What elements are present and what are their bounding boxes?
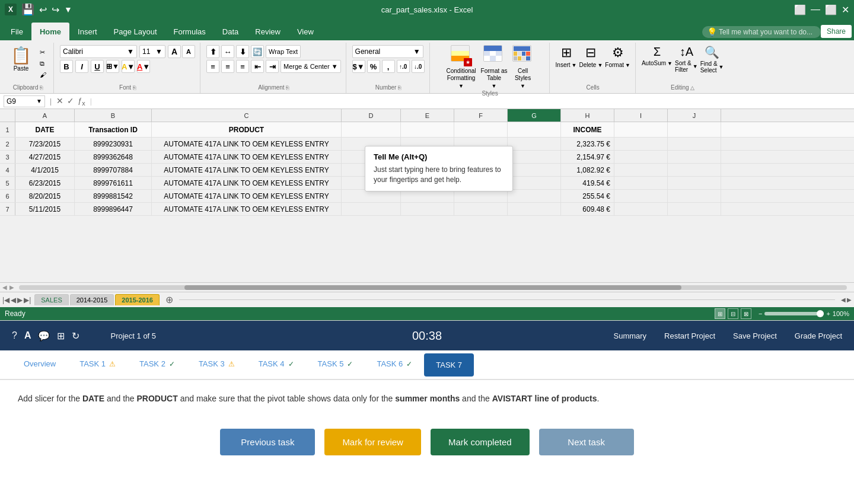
- tab-overview[interactable]: Overview: [12, 352, 68, 377]
- percent-button[interactable]: %: [367, 60, 380, 73]
- tab-review[interactable]: Review: [247, 23, 289, 40]
- sheet-nav-next[interactable]: ▶: [17, 296, 23, 304]
- cell-g1[interactable]: [508, 122, 561, 137]
- cell-styles-button[interactable]: CellStyles ▼: [512, 45, 534, 89]
- format-as-table-button[interactable]: Format asTable ▼: [481, 45, 508, 89]
- tab-task2[interactable]: TASK 2 ✓: [128, 352, 187, 377]
- save-icon[interactable]: 💾: [21, 3, 34, 16]
- col-header-c[interactable]: C: [152, 109, 342, 122]
- cell-a4[interactable]: 4/1/2015: [15, 164, 75, 176]
- restart-project-link[interactable]: Restart Project: [664, 331, 715, 340]
- fill-color-button[interactable]: A ▼: [122, 60, 135, 73]
- cell-e7[interactable]: [401, 203, 454, 215]
- decrease-font-button[interactable]: A: [182, 45, 195, 58]
- cell-c3[interactable]: AUTOMATE 417A LINK TO OEM KEYLESS ENTRY: [152, 151, 342, 163]
- cut-button[interactable]: ✂: [37, 47, 49, 58]
- decrease-indent-button[interactable]: ⇤: [251, 60, 264, 73]
- text-icon[interactable]: A: [24, 330, 31, 341]
- confirm-formula-icon[interactable]: ✓: [67, 96, 74, 107]
- cell-j1[interactable]: [668, 122, 721, 137]
- align-right-button[interactable]: ≡: [236, 60, 249, 73]
- cell-j5[interactable]: [668, 177, 721, 189]
- align-bottom-button[interactable]: ⬇: [236, 45, 249, 58]
- decrease-decimal-button[interactable]: ↓.0: [412, 60, 425, 73]
- tab-formulas[interactable]: Formulas: [165, 23, 214, 40]
- cell-a2[interactable]: 7/23/2015: [15, 138, 75, 150]
- paste-button[interactable]: 📋 Paste: [7, 45, 35, 74]
- align-left-button[interactable]: ≡: [206, 60, 219, 73]
- zoom-slider-thumb[interactable]: [817, 310, 824, 317]
- page-layout-view-button[interactable]: ⊟: [728, 308, 738, 319]
- cell-j3[interactable]: [668, 151, 721, 163]
- add-sheet-button[interactable]: ⊕: [161, 292, 178, 307]
- cell-g2[interactable]: [508, 138, 561, 150]
- sheet-tab-2015-2016[interactable]: 2015-2016: [115, 294, 160, 305]
- cell-f6[interactable]: [454, 190, 508, 202]
- sort-filter-button[interactable]: ↕A Sort &Filter▼: [675, 45, 698, 73]
- scroll-left-icon[interactable]: ◀: [2, 284, 7, 291]
- cell-f1[interactable]: [454, 122, 508, 137]
- italic-button[interactable]: I: [75, 60, 88, 73]
- wrap-text-button[interactable]: Wrap Text: [266, 45, 301, 58]
- close-icon[interactable]: ✕: [842, 4, 849, 15]
- cell-h4[interactable]: 1,082.92 €: [561, 164, 614, 176]
- cell-g5[interactable]: [508, 177, 561, 189]
- maximize-icon[interactable]: ⬜: [825, 4, 837, 15]
- save-project-link[interactable]: Save Project: [733, 331, 777, 340]
- normal-view-button[interactable]: ⊞: [715, 308, 725, 319]
- cell-a6[interactable]: 8/20/2015: [15, 190, 75, 202]
- cell-b3[interactable]: 8999362648: [75, 151, 152, 163]
- cell-c2[interactable]: AUTOMATE 417A LINK TO OEM KEYLESS ENTRY: [152, 138, 342, 150]
- increase-font-button[interactable]: A: [168, 45, 181, 58]
- font-color-button[interactable]: A ▼: [137, 60, 150, 73]
- zoom-out-icon[interactable]: −: [759, 310, 762, 317]
- cell-h3[interactable]: 2,154.97 €: [561, 151, 614, 163]
- cell-g4[interactable]: [508, 164, 561, 176]
- cell-g7[interactable]: [508, 203, 561, 215]
- tell-me-input[interactable]: [702, 26, 821, 38]
- cell-a3[interactable]: 4/27/2015: [15, 151, 75, 163]
- horizontal-scrollbar[interactable]: ◀ ▶: [0, 282, 854, 292]
- sheet-nav-prev[interactable]: ◀: [11, 296, 16, 304]
- bold-button[interactable]: B: [60, 60, 73, 73]
- cell-h2[interactable]: 2,323.75 €: [561, 138, 614, 150]
- scroll-sheets-right[interactable]: ▶: [847, 296, 852, 303]
- cell-b4[interactable]: 8999707884: [75, 164, 152, 176]
- cell-i1[interactable]: [614, 122, 668, 137]
- tab-task7[interactable]: TASK 7: [424, 353, 474, 377]
- cell-a1[interactable]: DATE: [15, 122, 75, 137]
- cell-b5[interactable]: 8999761611: [75, 177, 152, 189]
- autosum-button[interactable]: Σ AutoSum▼: [642, 45, 673, 66]
- cell-i2[interactable]: [614, 138, 668, 150]
- cell-i5[interactable]: [614, 177, 668, 189]
- cell-h7[interactable]: 609.48 €: [561, 203, 614, 215]
- cell-j6[interactable]: [668, 190, 721, 202]
- cancel-formula-icon[interactable]: ✕: [56, 96, 63, 107]
- tab-task3[interactable]: TASK 3 ⚠: [187, 352, 247, 377]
- cell-d1[interactable]: [342, 122, 401, 137]
- cell-i6[interactable]: [614, 190, 668, 202]
- mark-for-review-button[interactable]: Mark for review: [324, 429, 421, 455]
- borders-button[interactable]: ⊞▼: [106, 60, 119, 73]
- tab-data[interactable]: Data: [214, 23, 247, 40]
- cell-i4[interactable]: [614, 164, 668, 176]
- cell-c1[interactable]: PRODUCT: [152, 122, 342, 137]
- cell-a5[interactable]: 6/23/2015: [15, 177, 75, 189]
- cell-a7[interactable]: 5/11/2015: [15, 203, 75, 215]
- cell-b7[interactable]: 8999896447: [75, 203, 152, 215]
- tab-task6[interactable]: TASK 6 ✓: [365, 352, 424, 377]
- cell-reference-box[interactable]: G9 ▼: [4, 95, 45, 107]
- cell-c5[interactable]: AUTOMATE 417A LINK TO OEM KEYLESS ENTRY: [152, 177, 342, 189]
- help-icon[interactable]: ?: [12, 330, 17, 341]
- cell-d7[interactable]: [342, 203, 401, 215]
- orientation-button[interactable]: 🔄: [251, 45, 264, 58]
- cell-f7[interactable]: [454, 203, 508, 215]
- grade-project-link[interactable]: Grade Project: [795, 331, 842, 340]
- comma-button[interactable]: ,: [382, 60, 395, 73]
- previous-task-button[interactable]: Previous task: [220, 429, 315, 455]
- cell-g6[interactable]: [508, 190, 561, 202]
- cell-b1[interactable]: Transaction ID: [75, 122, 152, 137]
- cell-h1[interactable]: INCOME: [561, 122, 614, 137]
- cell-c7[interactable]: AUTOMATE 417A LINK TO OEM KEYLESS ENTRY: [152, 203, 342, 215]
- cell-b2[interactable]: 8999230931: [75, 138, 152, 150]
